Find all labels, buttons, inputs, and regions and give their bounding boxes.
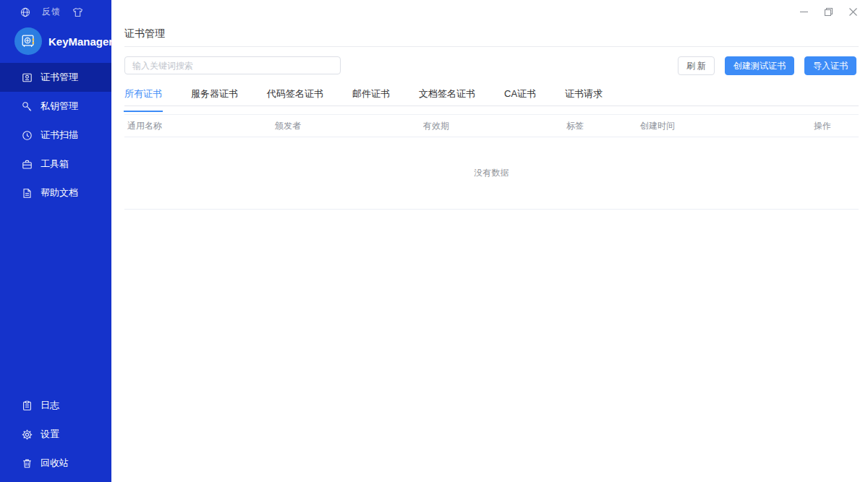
column-header-validity: 有效期 — [420, 120, 563, 132]
sidebar-item-label: 证书扫描 — [41, 129, 78, 142]
column-header-actions: 操作 — [779, 120, 859, 132]
minimize-button[interactable] — [794, 4, 813, 19]
sidebar-top-icons: 反馈 — [20, 6, 83, 18]
tab-ca-certificates[interactable]: CA证书 — [504, 87, 536, 106]
safe-icon — [14, 27, 42, 55]
tab-server-certificates[interactable]: 服务器证书 — [191, 87, 238, 106]
feedback-link[interactable]: 反馈 — [42, 6, 61, 18]
refresh-button[interactable]: 刷 新 — [678, 56, 715, 75]
sidebar-item-certificate-scan[interactable]: 证书扫描 — [0, 121, 111, 150]
sidebar-item-label: 帮助文档 — [41, 186, 78, 199]
keymanager-window: 反馈 KeyManager — [0, 0, 868, 482]
certificate-table: 通用名称 颁发者 有效期 标签 创建时间 操作 没有数据 — [124, 114, 859, 210]
column-header-common-name: 通用名称 — [124, 120, 272, 132]
scan-icon — [22, 130, 33, 141]
restore-button[interactable] — [819, 4, 838, 19]
sidebar-item-label: 日志 — [41, 399, 59, 412]
tab-document-signing-certificates[interactable]: 文档签名证书 — [419, 87, 475, 106]
window-controls — [788, 4, 862, 19]
sidebar-menu-bottom: 日志 设置 — [0, 391, 111, 478]
import-certificate-button[interactable]: 导入证书 — [804, 56, 856, 75]
trash-icon — [22, 458, 33, 469]
tshirt-icon[interactable] — [72, 7, 83, 17]
divider — [124, 46, 859, 47]
sidebar-item-label: 工具箱 — [41, 158, 69, 171]
tab-code-signing-certificates[interactable]: 代码签名证书 — [267, 87, 323, 106]
sidebar-item-help-docs[interactable]: 帮助文档 — [0, 178, 111, 207]
sidebar-item-label: 回收站 — [41, 457, 69, 470]
table-header: 通用名称 颁发者 有效期 标签 创建时间 操作 — [124, 114, 859, 137]
sidebar-item-label: 私钥管理 — [41, 100, 78, 113]
column-header-issuer: 颁发者 — [272, 120, 420, 132]
empty-state-text: 没有数据 — [124, 137, 859, 210]
column-header-created-time: 创建时间 — [637, 120, 779, 132]
sidebar-item-private-key-management[interactable]: 私钥管理 — [0, 92, 111, 121]
main-content: 证书管理 刷 新 创建测试证书 导入证书 所有证书 服务器证书 代码签名证书 邮… — [111, 0, 868, 482]
toolbar-buttons: 刷 新 创建测试证书 导入证书 — [678, 56, 856, 75]
search-input[interactable] — [124, 56, 341, 74]
sidebar-item-certificate-management[interactable]: 证书管理 — [0, 63, 111, 92]
brand: KeyManager — [14, 27, 113, 55]
column-header-tags: 标签 — [563, 120, 637, 132]
page-title: 证书管理 — [124, 27, 165, 40]
brand-name: KeyManager — [48, 35, 113, 48]
sidebar-item-recycle-bin[interactable]: 回收站 — [0, 449, 111, 478]
toolbar: 刷 新 创建测试证书 导入证书 — [124, 56, 856, 75]
log-icon — [22, 400, 33, 411]
certificate-type-tabs: 所有证书 服务器证书 代码签名证书 邮件证书 文档签名证书 CA证书 证书请求 — [124, 87, 859, 106]
gear-icon — [22, 429, 33, 440]
tab-all-certificates[interactable]: 所有证书 — [124, 87, 162, 106]
close-button[interactable] — [843, 4, 862, 19]
sidebar-item-label: 设置 — [41, 428, 59, 441]
sidebar-item-toolbox[interactable]: 工具箱 — [0, 150, 111, 178]
sidebar: 反馈 KeyManager — [0, 0, 111, 482]
create-test-certificate-button[interactable]: 创建测试证书 — [725, 56, 794, 75]
help-doc-icon — [22, 188, 33, 199]
sidebar-item-logs[interactable]: 日志 — [0, 391, 111, 420]
certificate-icon — [22, 72, 33, 83]
sidebar-item-settings[interactable]: 设置 — [0, 420, 111, 449]
sidebar-item-label: 证书管理 — [41, 71, 78, 84]
sidebar-menu: 证书管理 私钥管理 — [0, 63, 111, 207]
globe-icon[interactable] — [20, 7, 30, 17]
toolbox-icon — [22, 159, 33, 170]
key-icon — [22, 101, 33, 112]
tab-certificate-requests[interactable]: 证书请求 — [565, 87, 603, 106]
tab-email-certificates[interactable]: 邮件证书 — [352, 87, 390, 106]
